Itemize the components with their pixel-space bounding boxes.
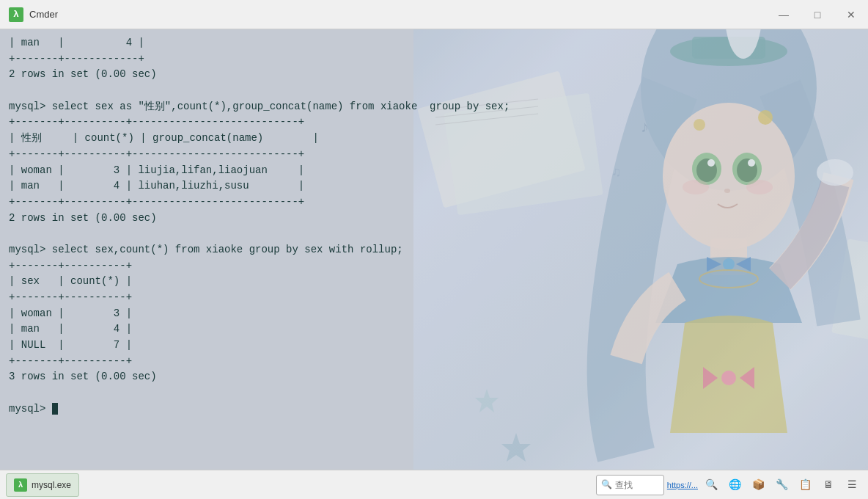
maximize-button[interactable]: □ <box>801 0 834 29</box>
svg-text:♪: ♪ <box>641 117 649 136</box>
svg-point-19 <box>748 159 755 167</box>
terminal-content: | man | 4 | +-------+------------+ 2 row… <box>9 35 563 418</box>
svg-point-22 <box>746 180 773 194</box>
taskbar-app-icon: λ <box>14 478 27 492</box>
title-bar: λ Cmder — □ ✕ <box>0 0 868 29</box>
svg-point-28 <box>817 159 853 186</box>
taskbar-search-box[interactable]: 🔍 <box>596 475 664 495</box>
close-button[interactable]: ✕ <box>834 0 868 29</box>
url-link[interactable]: https://... <box>667 481 698 489</box>
svg-point-23 <box>758 110 773 125</box>
main-area: ♪ ♫ | man | 4 | +-------+------------+ 2… <box>0 29 868 470</box>
window-controls: — □ ✕ <box>767 0 868 29</box>
taskbar-right-area: 🔍 https://... 🔍 🌐 📦 🔧 📋 🖥 ☰ <box>596 475 862 495</box>
window-title: Cmder <box>29 9 58 20</box>
menu-btn[interactable]: ☰ <box>842 475 862 495</box>
search-icon: 🔍 <box>601 479 612 490</box>
search-btn[interactable]: 🔍 <box>701 475 721 495</box>
svg-point-26 <box>723 258 735 270</box>
svg-point-24 <box>694 119 705 131</box>
taskbar-app-label: mysql.exe <box>32 480 71 490</box>
globe-btn[interactable]: 🌐 <box>724 475 745 495</box>
monitor-btn[interactable]: 🖥 <box>818 475 839 495</box>
minimize-button[interactable]: — <box>767 0 801 29</box>
app-icon: λ <box>9 7 23 22</box>
svg-point-20 <box>724 189 730 193</box>
svg-text:♫: ♫ <box>611 164 622 179</box>
terminal-output[interactable]: | man | 4 | +-------+------------+ 2 row… <box>0 29 572 470</box>
settings-btn[interactable]: 🔧 <box>771 475 792 495</box>
taskbar-app-button[interactable]: λ mysql.exe <box>6 473 79 497</box>
svg-point-27 <box>721 371 736 385</box>
svg-point-13 <box>663 103 795 249</box>
search-input[interactable] <box>615 480 659 490</box>
clipboard-btn[interactable]: 📋 <box>795 475 815 495</box>
svg-point-21 <box>683 180 709 194</box>
pkg-btn[interactable]: 📦 <box>748 475 768 495</box>
svg-point-16 <box>707 159 715 167</box>
taskbar: λ mysql.exe 🔍 https://... 🔍 🌐 📦 🔧 📋 🖥 ☰ <box>0 470 868 499</box>
